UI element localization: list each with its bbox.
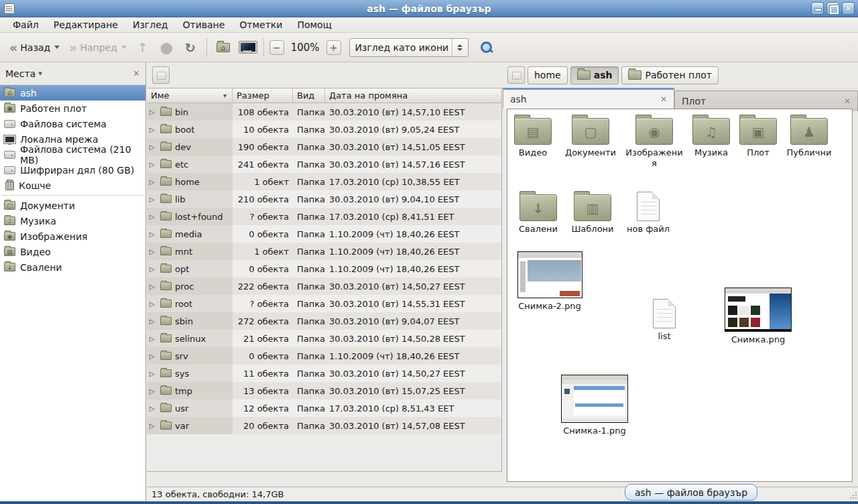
table-row[interactable]: ▷ tmp 13 обекта Папка 30.03.2010 (вт) 15… (147, 382, 501, 399)
expander-icon[interactable]: ▷ (149, 143, 157, 151)
menu-item[interactable]: Отметки (233, 18, 288, 32)
sidebar-item[interactable]: Свалени (0, 259, 145, 275)
file-icon-item[interactable]: Шаблони (566, 190, 619, 235)
menu-item[interactable]: Отиване (176, 18, 231, 32)
expander-icon[interactable]: ▷ (149, 265, 157, 273)
forward-button[interactable]: » Напред (65, 40, 131, 56)
column-header-size[interactable]: Размер (233, 88, 293, 103)
file-icon-item[interactable]: Документи (558, 113, 623, 158)
back-history-caret-icon[interactable] (54, 46, 60, 49)
expander-icon[interactable]: ▷ (149, 335, 157, 342)
file-icon-item[interactable]: Изображения (625, 113, 683, 168)
tab-close-icon[interactable]: ✕ (660, 94, 667, 104)
table-row[interactable]: ▷ root ? обекта Папка 30.03.2010 (вт) 14… (147, 295, 501, 312)
table-row[interactable]: ▷ var 20 обекта Папка 30.03.2010 (вт) 14… (147, 417, 501, 434)
expander-icon[interactable]: ▷ (149, 370, 157, 377)
expander-icon[interactable]: ▷ (149, 178, 157, 186)
close-button[interactable] (842, 2, 855, 15)
expander-icon[interactable]: ▷ (149, 353, 157, 360)
expander-icon[interactable]: ▷ (149, 196, 157, 203)
table-row[interactable]: ▷ sys 11 обекта Папка 30.03.2010 (вт) 14… (147, 365, 501, 382)
table-row[interactable]: ▷ dev 190 обекта Папка 30.03.2010 (вт) 1… (147, 138, 501, 155)
expander-icon[interactable]: ▷ (149, 109, 157, 116)
sidebar-item[interactable]: Видео (0, 244, 145, 259)
file-icon-item[interactable]: Снимка-2.png (515, 251, 584, 312)
computer-button[interactable] (235, 39, 258, 56)
expander-icon[interactable]: ▷ (149, 161, 157, 168)
reload-button[interactable]: ↻ (180, 38, 201, 57)
table-row[interactable]: ▷ home 1 обект Папка 17.03.2010 (ср) 10,… (147, 173, 501, 190)
breadcrumb-button[interactable]: Работен плот (621, 66, 718, 84)
back-button[interactable]: « Назад (5, 40, 64, 56)
tab-close-icon[interactable]: ✕ (844, 97, 851, 106)
sidebar-item[interactable]: Кошче (0, 178, 145, 193)
table-row[interactable]: ▷ sbin 272 обекта Папка 30.03.2010 (вт) … (147, 312, 501, 330)
sidebar-item[interactable]: Файлова система (210 MB) (0, 147, 145, 162)
file-icon-item[interactable]: Плот (738, 113, 778, 158)
expander-icon[interactable]: ▷ (149, 231, 157, 238)
tab[interactable]: ash ✕ (503, 88, 674, 109)
file-icon-item[interactable]: Снимка.png (722, 288, 794, 345)
sidebar-item[interactable]: Документи (0, 198, 145, 213)
table-row[interactable]: ▷ opt 0 обекта Папка 1.10.2009 (чт) 18,4… (147, 260, 501, 277)
table-row[interactable]: ▷ srv 0 обекта Папка 1.10.2009 (чт) 18,4… (147, 347, 501, 365)
breadcrumb-button[interactable]: home (528, 66, 568, 84)
search-button[interactable] (479, 40, 494, 55)
table-row[interactable]: ▷ usr 12 обекта Папка 17.03.2010 (ср) 8,… (147, 399, 501, 417)
file-icon-item[interactable]: нов файл (620, 190, 676, 235)
sidebar-item[interactable]: Файлова система (0, 116, 145, 131)
file-icon-item[interactable]: Снимка-1.png (558, 375, 631, 436)
icon-view[interactable]: Видео Документи Изображения Музика Плот … (507, 109, 853, 482)
file-icon-item[interactable]: list (640, 297, 688, 342)
menu-item[interactable]: Помощ (291, 18, 337, 32)
table-row[interactable]: ▷ selinux 21 обекта Папка 30.03.2010 (вт… (147, 330, 501, 347)
table-row[interactable]: ▷ lost+found ? обекта Папка 17.03.2010 (… (147, 208, 501, 225)
expander-icon[interactable]: ▷ (149, 248, 157, 255)
table-row[interactable]: ▷ etc 241 обекта Папка 30.03.2010 (вт) 1… (147, 155, 501, 173)
taskbar-window-button[interactable]: ash — файлов браузър (625, 484, 757, 501)
sidebar-item[interactable]: Работен плот (0, 101, 145, 116)
menu-item[interactable]: Редактиране (48, 18, 124, 32)
expander-icon[interactable]: ▷ (149, 422, 157, 430)
expander-icon[interactable]: ▷ (149, 126, 157, 133)
breadcrumb-button[interactable]: ash (570, 66, 619, 84)
expander-icon[interactable]: ▷ (149, 387, 157, 395)
menu-item[interactable]: Изглед (127, 18, 174, 32)
sidebar-title[interactable]: Места (5, 68, 36, 79)
expander-icon[interactable]: ▷ (149, 283, 157, 290)
sidebar-item[interactable]: Шифриран дял (80 GB) (0, 162, 145, 178)
table-row[interactable]: ▷ media 0 обекта Папка 1.10.2009 (чт) 18… (147, 225, 501, 243)
file-icon-item[interactable]: Свалени (511, 190, 565, 235)
view-mode-select[interactable]: Изглед като икони (349, 38, 469, 57)
expander-icon[interactable]: ▷ (149, 213, 157, 220)
sidebar-item[interactable]: ash (0, 85, 145, 101)
column-header-name[interactable]: Име ▾ (147, 88, 233, 103)
home-button[interactable] (212, 40, 234, 55)
sidebar-item[interactable]: Музика (0, 213, 145, 229)
zoom-out-button[interactable]: − (269, 40, 284, 55)
expander-icon[interactable]: ▷ (149, 300, 157, 308)
sidebar-close-icon[interactable]: ✕ (133, 68, 140, 78)
zoom-in-button[interactable]: + (326, 40, 341, 55)
minimize-button[interactable] (811, 2, 824, 15)
expander-icon[interactable]: ▷ (149, 405, 157, 412)
maximize-button[interactable] (826, 2, 839, 15)
up-button[interactable]: ↑ (132, 38, 154, 57)
resize-grip[interactable] (849, 492, 857, 500)
location-icon-button[interactable] (152, 66, 170, 84)
file-icon-item[interactable]: Музика (684, 113, 738, 158)
table-row[interactable]: ▷ boot 10 обекта Папка 30.03.2010 (вт) 9… (147, 121, 501, 138)
location-icon-button[interactable] (507, 66, 525, 84)
table-row[interactable]: ▷ mnt 1 обект Папка 1.10.2009 (чт) 18,40… (147, 243, 501, 260)
column-header-type[interactable]: Вид (293, 88, 325, 103)
table-row[interactable]: ▷ bin 108 обекта Папка 30.03.2010 (вт) 1… (147, 103, 501, 121)
menu-item[interactable]: Файл (7, 18, 45, 32)
file-icon-item[interactable]: Публични (780, 113, 839, 158)
expander-icon[interactable]: ▷ (149, 318, 157, 325)
sidebar-item[interactable]: Изображения (0, 229, 145, 244)
column-header-date[interactable]: Дата на промяна (325, 88, 501, 103)
table-row[interactable]: ▷ lib 210 обекта Папка 30.03.2010 (вт) 9… (147, 190, 501, 208)
spinner-arrows-icon[interactable] (452, 39, 468, 56)
file-icon-item[interactable]: Видео (507, 113, 558, 158)
table-row[interactable]: ▷ proc 222 обекта Папка 30.03.2010 (вт) … (147, 277, 501, 295)
